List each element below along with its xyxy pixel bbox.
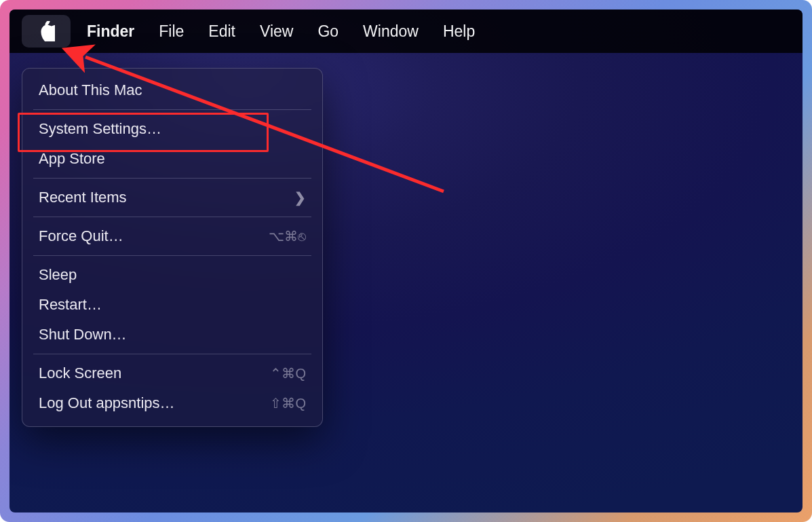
screenshot-frame: Finder File Edit View Go Window Help Abo… <box>0 0 812 522</box>
menubar-item-view[interactable]: View <box>248 10 305 53</box>
menubar-app-name[interactable]: Finder <box>75 10 147 53</box>
menu-shortcut: ⌥⌘⎋ <box>269 228 306 244</box>
menu-item-label: System Settings… <box>39 120 161 138</box>
desktop-screen: Finder File Edit View Go Window Help Abo… <box>9 10 803 512</box>
menu-item-lock-screen[interactable]: Lock Screen ⌃⌘Q <box>29 358 315 388</box>
menubar-item-help[interactable]: Help <box>431 10 487 53</box>
menu-shortcut: ⇧⌘Q <box>270 395 306 411</box>
menu-item-system-settings[interactable]: System Settings… <box>29 114 315 144</box>
apple-menu-dropdown: About This Mac System Settings… App Stor… <box>22 68 323 427</box>
menu-item-label: Force Quit… <box>39 227 123 245</box>
menu-item-label: About This Mac <box>39 81 142 99</box>
apple-menu-button[interactable] <box>22 15 71 48</box>
menubar-item-file[interactable]: File <box>147 10 196 53</box>
menubar: Finder File Edit View Go Window Help <box>9 10 803 53</box>
menu-divider <box>33 178 311 179</box>
apple-logo-icon <box>37 21 55 41</box>
menu-item-recent-items[interactable]: Recent Items ❯ <box>29 183 315 212</box>
menu-item-force-quit[interactable]: Force Quit… ⌥⌘⎋ <box>29 221 315 251</box>
menu-item-restart[interactable]: Restart… <box>29 290 315 320</box>
menu-divider <box>33 255 311 256</box>
menu-item-log-out[interactable]: Log Out appsntips… ⇧⌘Q <box>29 388 315 418</box>
menu-item-label: Log Out appsntips… <box>39 394 175 412</box>
menu-divider <box>33 354 311 354</box>
menu-item-label: Recent Items <box>39 189 127 206</box>
menubar-item-edit[interactable]: Edit <box>196 10 248 53</box>
menubar-item-go[interactable]: Go <box>305 10 351 53</box>
menubar-item-window[interactable]: Window <box>351 10 431 53</box>
menu-item-label: Lock Screen <box>39 365 121 382</box>
menu-item-sleep[interactable]: Sleep <box>29 260 315 290</box>
menu-item-app-store[interactable]: App Store <box>29 144 315 174</box>
menu-item-label: Sleep <box>39 266 77 284</box>
menu-item-shut-down[interactable]: Shut Down… <box>29 320 315 350</box>
menu-shortcut: ⌃⌘Q <box>270 365 306 381</box>
chevron-right-icon: ❯ <box>294 189 306 206</box>
menu-divider <box>33 217 311 217</box>
menu-divider <box>33 109 311 110</box>
menu-item-label: Shut Down… <box>39 326 127 343</box>
menu-item-label: Restart… <box>39 296 102 314</box>
menu-item-about-this-mac[interactable]: About This Mac <box>29 75 315 105</box>
menu-item-label: App Store <box>39 150 105 168</box>
